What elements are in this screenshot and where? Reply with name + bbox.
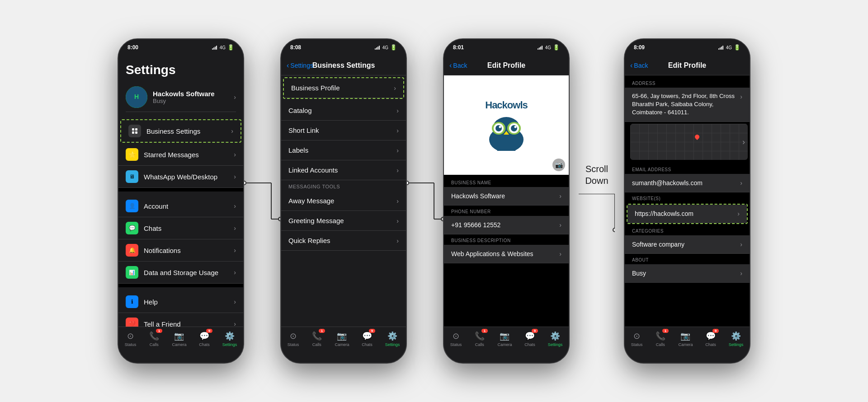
profile-row[interactable]: H Hackowls Software Busy › <box>126 83 236 112</box>
tab-settings-3[interactable]: ⚙️ Settings <box>548 331 563 347</box>
nav-back-4[interactable]: ‹ Back <box>630 61 648 70</box>
signal-icon-3 <box>538 45 542 50</box>
bs-item-greeting[interactable]: Greeting Message › <box>281 211 406 231</box>
nav-title-4: Edit Profile <box>668 61 706 70</box>
tab-bar-3: ⊙ Status 📞 1 Calls 📷 Camera 💬 9 Chats <box>444 327 569 363</box>
phone-edit-profile-1: 8:01 4G 🔋 ‹ Back Edit Profile <box>443 38 570 364</box>
menu-item-account[interactable]: 👤 Account › <box>118 195 243 217</box>
bs-item-short-link[interactable]: Short Link › <box>281 121 406 140</box>
bs-label-business-profile: Business Profile <box>291 84 394 92</box>
bs-item-away[interactable]: Away Message › <box>281 191 406 211</box>
field-row-desc[interactable]: Web Applications & Websites › <box>444 245 569 263</box>
tab-settings-2[interactable]: ⚙️ Settings <box>385 331 400 347</box>
camera-button[interactable]: 📷 <box>552 159 565 171</box>
menu-item-notifications[interactable]: 🔔 Notifications › <box>118 239 243 262</box>
menu-item-tell[interactable]: ❤️ Tell a Friend › <box>118 313 243 327</box>
svg-point-25 <box>514 126 517 128</box>
svg-point-32 <box>613 228 615 232</box>
tab-status-1[interactable]: ⊙ Status <box>125 331 137 347</box>
calls-badge-3: 1 <box>481 329 488 333</box>
back-chevron-2: ‹ <box>287 61 289 70</box>
phone-edit-profile-2: 8:09 4G 🔋 ‹ Back Edit Profile ADDRES <box>624 38 750 364</box>
tab-chats-1[interactable]: 💬 9 Chats <box>199 331 210 347</box>
menu-item-starred[interactable]: ⭐ Starred Messages › <box>118 144 243 166</box>
field-row-about[interactable]: Busy › <box>625 264 750 283</box>
settings-tab-icon-3: ⚙️ <box>550 331 561 341</box>
bs-label-away: Away Message <box>288 197 396 205</box>
tab-status-2[interactable]: ⊙ Status <box>288 331 299 347</box>
svg-point-14 <box>407 181 409 185</box>
status-tab-icon-1: ⊙ <box>125 331 136 341</box>
tab-settings-1[interactable]: ⚙️ Settings <box>222 331 237 347</box>
bs-item-business-profile[interactable]: Business Profile › <box>284 78 403 98</box>
menu-item-business-settings[interactable]: Business Settings › <box>120 119 241 143</box>
svg-point-23 <box>511 125 517 131</box>
camera-tab-label-4: Camera <box>678 342 693 347</box>
nav-back-2[interactable]: ‹ Settings <box>287 61 313 70</box>
field-chevron-desc: › <box>559 250 561 257</box>
status-tab-icon-2: ⊙ <box>288 331 299 341</box>
tab-calls-4[interactable]: 📞 1 Calls <box>655 331 666 347</box>
field-row-phone[interactable]: +91 95666 12552 › <box>444 216 569 234</box>
bs-label-labels: Labels <box>288 146 396 154</box>
menu-item-web[interactable]: 🖥 WhatsApp Web/Desktop › <box>118 166 243 188</box>
notifications-chevron: › <box>234 247 236 254</box>
tab-status-4[interactable]: ⊙ Status <box>631 331 643 347</box>
data-label: Data and Storage Usage <box>144 269 234 276</box>
nav-back-3[interactable]: ‹ Back <box>449 61 467 70</box>
tab-status-3[interactable]: ⊙ Status <box>450 331 462 347</box>
field-row-address[interactable]: 65-66, Jay towers, 2nd Floor, 8th Cross … <box>625 88 750 122</box>
tab-camera-4[interactable]: 📷 Camera <box>678 331 693 347</box>
field-row-categories[interactable]: Software company › <box>625 235 750 254</box>
bs-item-labels[interactable]: Labels › <box>281 140 406 160</box>
menu-item-chats[interactable]: 💬 Chats › <box>118 217 243 239</box>
field-value-desc: Web Applications & Websites <box>451 250 559 257</box>
phone-business-settings: 8:08 4G 🔋 ‹ Settings Business Settings <box>280 38 407 364</box>
field-label-address: ADDRESS <box>625 75 750 88</box>
status-bar-1: 8:00 4G 🔋 <box>118 39 243 56</box>
status-icons-1: 4G 🔋 <box>212 44 234 51</box>
tab-camera-3[interactable]: 📷 Camera <box>497 331 512 347</box>
bs-item-linked[interactable]: Linked Accounts › <box>281 160 406 180</box>
tab-chats-4[interactable]: 💬 9 Chats <box>705 331 716 347</box>
field-value-biz-name: Hackowls Software <box>451 192 559 200</box>
account-chevron: › <box>234 202 236 210</box>
svg-point-22 <box>495 125 502 131</box>
menu-item-help[interactable]: ℹ Help › <box>118 291 243 313</box>
website-highlighted: https://hackowls.com › <box>627 204 748 224</box>
status-icons-2: 4G 🔋 <box>375 44 397 51</box>
nav-title-2: Business Settings <box>312 61 375 70</box>
field-chevron-about: › <box>740 270 742 277</box>
field-value-website: https://hackowls.com <box>635 210 737 217</box>
signal-icon-2 <box>375 45 380 50</box>
back-label-2: Settings <box>290 62 313 69</box>
tab-chats-2[interactable]: 💬 9 Chats <box>362 331 373 347</box>
tab-bar-1: ⊙ Status 📞 1 Calls 📷 Camera 💬 9 Chats <box>118 327 243 363</box>
calls-tab-label-2: Calls <box>312 342 321 347</box>
status-time-2: 8:08 <box>290 44 301 51</box>
settings-tab-icon-2: ⚙️ <box>387 331 398 341</box>
tab-camera-2[interactable]: 📷 Camera <box>335 331 349 347</box>
bs-item-quick-replies[interactable]: Quick Replies › <box>281 231 406 251</box>
field-row-website[interactable]: https://hackowls.com › <box>627 205 747 223</box>
chats-tab-icon-3: 💬 9 <box>524 331 535 341</box>
tab-calls-3[interactable]: 📞 1 Calls <box>474 331 485 347</box>
settings-title: Settings <box>126 63 236 77</box>
tab-camera-1[interactable]: 📷 Camera <box>172 331 186 347</box>
tab-settings-4[interactable]: ⚙️ Settings <box>729 331 744 347</box>
business-settings-label: Business Settings <box>146 127 231 135</box>
calls-tab-label-3: Calls <box>475 342 484 347</box>
field-row-biz-name[interactable]: Hackowls Software › <box>444 187 569 206</box>
back-label-3: Back <box>453 62 467 69</box>
status-tab-label-3: Status <box>450 342 462 347</box>
field-chevron-website: › <box>737 210 740 217</box>
tab-chats-3[interactable]: 💬 9 Chats <box>524 331 535 347</box>
owl-logo-section: Hackowls <box>444 75 569 175</box>
bs-item-catalog[interactable]: Catalog › <box>281 101 406 121</box>
menu-item-data[interactable]: 📊 Data and Storage Usage › <box>118 262 243 284</box>
tab-calls-2[interactable]: 📞 1 Calls <box>311 331 322 347</box>
tab-calls-1[interactable]: 📞 1 Calls <box>149 331 160 347</box>
status-bar-4: 8:09 4G 🔋 <box>625 39 750 56</box>
field-row-email[interactable]: sumanth@hackowls.com › <box>625 174 750 192</box>
camera-tab-label-1: Camera <box>172 342 186 347</box>
